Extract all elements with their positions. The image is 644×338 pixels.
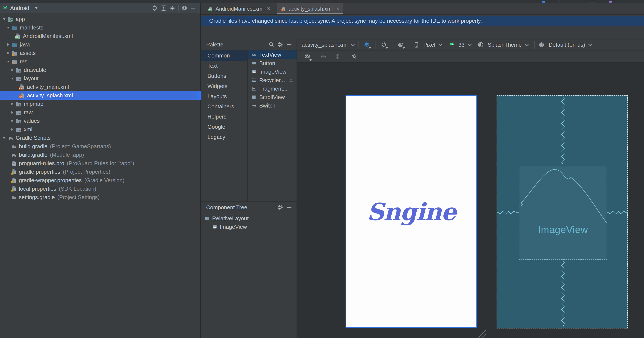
chevron-down-icon[interactable]	[2, 137, 7, 139]
blueprint-view-screen[interactable]: ImageView	[496, 95, 628, 328]
night-mode-button[interactable]	[396, 40, 406, 50]
tree-item-settings-gradle[interactable]: settings.gradle(Project Settings)	[0, 193, 200, 202]
tree-item-gradle-scripts[interactable]: Gradle Scripts	[0, 134, 200, 142]
res-folder-icon	[11, 58, 18, 65]
hide-panel-button[interactable]	[189, 4, 198, 12]
main-toolbar-edge	[0, 0, 644, 3]
design-surface-mode-button[interactable]	[362, 40, 372, 50]
design-imageview-logo[interactable]: Sngine	[367, 198, 456, 226]
panel-divider-accent[interactable]	[197, 91, 201, 100]
tree-item-activity-splash[interactable]: activity_splash.xml	[0, 91, 200, 100]
textview-icon	[252, 52, 257, 57]
hide-panel-button[interactable]	[285, 204, 294, 211]
tree-item-build-gradle-project[interactable]: build.gradle(Project: GameSpartans)	[0, 142, 200, 150]
tree-item-app[interactable]: app	[0, 15, 200, 23]
close-icon[interactable]: ×	[267, 6, 270, 12]
tree-item-xml[interactable]: xml	[0, 125, 200, 134]
tree-item-gradle-properties[interactable]: gradle.properties(Project Properties)	[0, 168, 200, 176]
download-icon[interactable]	[288, 78, 294, 83]
chevron-right-icon[interactable]	[10, 69, 15, 71]
gear-icon[interactable]	[276, 41, 285, 48]
palette-category-common[interactable]: Common	[201, 50, 247, 61]
collapse-all-button[interactable]	[168, 4, 177, 12]
tree-item-raw[interactable]: raw	[0, 108, 200, 116]
tree-item-layout[interactable]: layout	[0, 74, 200, 83]
design-file-selector[interactable]: activity_splash.xml	[302, 42, 348, 48]
palette-category-widgets[interactable]: Widgets	[201, 81, 247, 91]
tree-item-build-gradle-module[interactable]: build.gradle(Module :app)	[0, 150, 200, 159]
chevron-right-icon[interactable]	[6, 52, 11, 54]
hide-panel-button[interactable]	[285, 41, 294, 48]
gradle-icon	[10, 143, 17, 150]
tree-item-res[interactable]: res	[0, 57, 200, 66]
tree-item-manifests[interactable]: manifests	[0, 23, 200, 32]
palette-item-switch[interactable]: Switch	[248, 101, 296, 110]
device-selector[interactable]: Pixel	[424, 42, 435, 48]
chevron-down-icon[interactable]	[2, 18, 7, 20]
resize-handle[interactable]	[478, 329, 487, 338]
palette-item-imageview[interactable]: ImageView	[248, 68, 296, 76]
palette-category-layouts[interactable]: Layouts	[201, 91, 247, 101]
locate-file-button[interactable]	[150, 4, 159, 12]
tab-activity-splash[interactable]: activity_splash.xml ×	[277, 3, 343, 14]
palette-category-helpers[interactable]: Helpers	[201, 112, 247, 122]
palette-items: TextView Button ImageView Recycler... Fr…	[248, 50, 296, 110]
tab-androidmanifest[interactable]: AndroidManifest.xml ×	[204, 3, 274, 14]
palette-item-button[interactable]: Button	[248, 59, 296, 68]
orientation-button[interactable]	[379, 40, 388, 50]
palette-item-fragment[interactable]: Fragment...	[248, 84, 296, 93]
tree-item-local-properties[interactable]: local.properties(SDK Location)	[0, 184, 200, 193]
tree-item-gradle-wrapper-properties[interactable]: gradle-wrapper.properties(Gradle Version…	[0, 176, 200, 184]
close-icon[interactable]: ×	[336, 6, 340, 12]
chevron-down-icon	[402, 47, 405, 49]
chevron-down-icon	[438, 42, 442, 46]
design-view-screen[interactable]: Sngine	[346, 95, 477, 328]
chevron-down-icon[interactable]	[6, 27, 11, 29]
palette-category-buttons[interactable]: Buttons	[201, 71, 247, 81]
tree-item-androidmanifest[interactable]: AndroidManifest.xml	[0, 32, 200, 40]
chevron-right-icon[interactable]	[10, 111, 15, 114]
expand-all-button[interactable]	[159, 4, 168, 12]
palette-category-legacy[interactable]: Legacy	[201, 132, 247, 142]
component-tree-item-relativelayout[interactable]: RelativeLayout	[201, 214, 296, 223]
tree-item-assets[interactable]: assets	[0, 49, 200, 57]
palette-category-containers[interactable]: Containers	[201, 101, 247, 112]
blueprint-imageview-widget[interactable]: ImageView	[519, 166, 607, 260]
tree-item-proguard-rules[interactable]: proguard-rules.pro(ProGuard Rules for ":…	[0, 159, 200, 168]
palette-item-textview[interactable]: TextView	[248, 50, 296, 59]
palette-item-scrollview[interactable]: ScrollView	[248, 93, 296, 101]
constraint-spring-right	[607, 211, 628, 214]
editor-gap	[201, 26, 644, 40]
chevron-right-icon[interactable]	[10, 128, 15, 130]
gear-icon[interactable]	[276, 204, 285, 211]
chevron-right-icon[interactable]	[6, 43, 11, 46]
palette-category-text[interactable]: Text	[201, 61, 247, 71]
properties-file-icon	[10, 186, 17, 192]
view-options-button[interactable]	[302, 52, 312, 61]
palette-category-google[interactable]: Google	[201, 122, 247, 132]
chevron-down-icon[interactable]	[10, 78, 15, 80]
project-view-selector[interactable]: Android	[10, 5, 29, 12]
locale-selector[interactable]: Default (en-us)	[548, 42, 585, 48]
vertical-arrow-icon[interactable]: ↕	[335, 52, 341, 61]
tree-item-values[interactable]: values	[0, 116, 200, 125]
gear-icon[interactable]	[180, 4, 189, 12]
chevron-down-icon[interactable]	[6, 61, 11, 62]
tree-item-mipmap[interactable]: mipmap	[0, 100, 200, 108]
chevron-right-icon[interactable]	[10, 103, 15, 105]
tree-item-drawable[interactable]: drawable	[0, 66, 200, 74]
search-icon[interactable]	[267, 41, 276, 48]
autoconnect-off-icon[interactable]	[349, 52, 359, 61]
theme-selector[interactable]: SplashTheme	[488, 42, 522, 48]
chevron-down-icon[interactable]	[35, 7, 38, 9]
palette-item-recyclerview[interactable]: Recycler...	[248, 76, 296, 84]
palette-title: Palette	[206, 41, 223, 48]
horizontal-arrow-icon[interactable]: ↔	[321, 52, 326, 61]
text-file-icon	[10, 160, 17, 166]
api-level-selector[interactable]: 33	[458, 42, 464, 48]
divider	[409, 41, 410, 48]
tree-item-java[interactable]: java	[0, 40, 200, 49]
component-tree-item-imageview[interactable]: ImageView	[201, 223, 296, 231]
chevron-right-icon[interactable]	[10, 120, 15, 122]
tree-item-activity-main[interactable]: activity_main.xml	[0, 83, 200, 91]
